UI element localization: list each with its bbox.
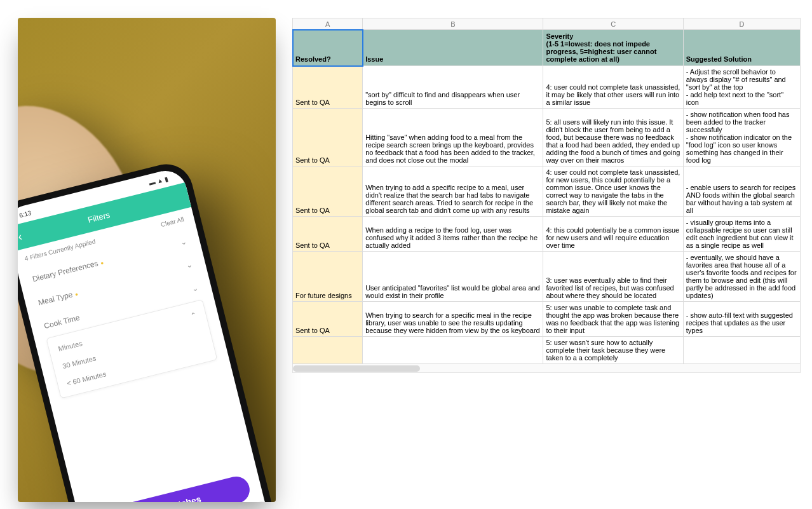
column-letters-row: A B C D: [293, 18, 801, 30]
phone-photo: 6:13 ▬ ▲ ▮ ‹ Filters 4 Filters Currently…: [18, 18, 276, 502]
header-title: Filters: [87, 210, 111, 224]
cell-c[interactable]: 4: user could not complete task unassist…: [543, 166, 683, 217]
header-issue[interactable]: Issue: [363, 30, 543, 66]
status-time: 6:13: [18, 209, 32, 219]
see-matches-button[interactable]: See 7 matches: [90, 474, 253, 502]
header-resolved[interactable]: Resolved?: [293, 30, 363, 66]
header-solution[interactable]: Suggested Solution: [683, 30, 800, 66]
cell-d[interactable]: - enable users to search for recipes AND…: [683, 166, 800, 217]
table-row: For future designsUser anticipated "favo…: [293, 252, 801, 302]
col-letter[interactable]: B: [363, 18, 543, 30]
cell-d[interactable]: - show auto-fill text with suggested rec…: [683, 302, 800, 337]
spreadsheet: A B C D Resolved? Issue Severity (1-5 1=…: [292, 18, 801, 373]
cell-c[interactable]: 5: user was unable to complete task and …: [543, 302, 683, 337]
cell-a[interactable]: Sent to QA: [293, 166, 363, 217]
cell-b[interactable]: When adding a recipe to the food log, us…: [363, 217, 543, 252]
cell-d[interactable]: - visually group items into a collapsabl…: [683, 217, 800, 252]
chevron-down-icon: ⌄: [191, 283, 200, 294]
cell-a[interactable]: For future designs: [293, 252, 363, 302]
cell-c[interactable]: 4: user could not complete task unassist…: [543, 66, 683, 109]
col-letter[interactable]: A: [293, 18, 363, 30]
cell-b[interactable]: When trying to add a specific recipe to …: [363, 166, 543, 217]
chevron-up-icon: ⌃: [190, 311, 198, 320]
header-row: Resolved? Issue Severity (1-5 1=lowest: …: [293, 30, 801, 66]
col-letter[interactable]: D: [683, 18, 800, 30]
filter-label: Meal Type: [37, 290, 74, 307]
cell-c[interactable]: 5: all users will likely run into this i…: [543, 109, 683, 166]
header-severity[interactable]: Severity (1-5 1=lowest: does not impede …: [543, 30, 683, 66]
cta-label: See 7 matches: [140, 494, 202, 502]
cell-c[interactable]: 4: this could potentially be a common is…: [543, 217, 683, 252]
filter-label: Cook Time: [43, 313, 81, 330]
table-row: Sent to QAWhen trying to add a specific …: [293, 166, 801, 217]
spreadsheet-table[interactable]: A B C D Resolved? Issue Severity (1-5 1=…: [292, 18, 801, 364]
cell-a[interactable]: [293, 337, 363, 364]
phone-device: 6:13 ▬ ▲ ▮ ‹ Filters 4 Filters Currently…: [18, 159, 276, 502]
cell-a[interactable]: Sent to QA: [293, 217, 363, 252]
cell-a[interactable]: Sent to QA: [293, 66, 363, 109]
phone-screen: 6:13 ▬ ▲ ▮ ‹ Filters 4 Filters Currently…: [18, 166, 273, 502]
scrollbar-thumb[interactable]: [293, 365, 420, 372]
cell-c[interactable]: 3: user was eventually able to find thei…: [543, 252, 683, 302]
cell-b[interactable]: [363, 337, 543, 364]
chevron-down-icon: ⌄: [186, 260, 194, 270]
col-letter[interactable]: C: [543, 18, 683, 30]
status-indicators: ▬ ▲ ▮: [148, 175, 169, 186]
cell-d[interactable]: - Adjust the scroll behavior to always d…: [683, 66, 800, 109]
cell-b[interactable]: User anticipated "favorites" list would …: [363, 252, 543, 302]
cell-b[interactable]: When trying to search for a specific mea…: [363, 302, 543, 337]
table-row: Sent to QAWhen trying to search for a sp…: [293, 302, 801, 337]
cell-d[interactable]: - eventually, we should have a favorites…: [683, 252, 800, 302]
horizontal-scrollbar[interactable]: [292, 364, 801, 373]
cell-d[interactable]: - show notification when food has been a…: [683, 109, 800, 166]
back-icon[interactable]: ‹: [18, 231, 23, 243]
table-row: Sent to QA"sort by" difficult to find an…: [293, 66, 801, 109]
table-row: 5: user wasn't sure how to actually comp…: [293, 337, 801, 364]
chevron-down-icon: ⌄: [179, 236, 187, 247]
cell-a[interactable]: Sent to QA: [293, 302, 363, 337]
cell-b[interactable]: Hitting "save" when adding food to a mea…: [363, 109, 543, 166]
cell-b[interactable]: "sort by" difficult to find and disappea…: [363, 66, 543, 109]
cell-a[interactable]: Sent to QA: [293, 109, 363, 166]
cell-c[interactable]: 5: user wasn't sure how to actually comp…: [543, 337, 683, 364]
table-row: Sent to QAWhen adding a recipe to the fo…: [293, 217, 801, 252]
table-row: Sent to QAHitting "save" when adding foo…: [293, 109, 801, 166]
cell-d[interactable]: [683, 337, 800, 364]
clear-all-link[interactable]: Clear All: [160, 215, 185, 228]
